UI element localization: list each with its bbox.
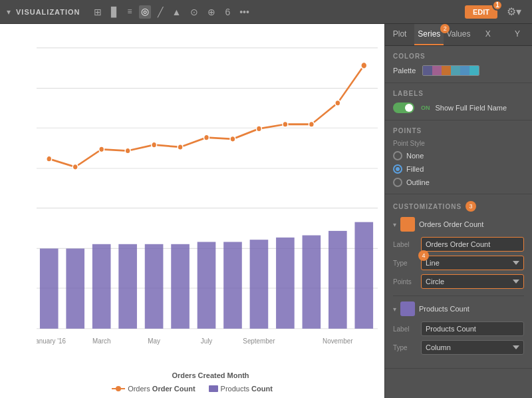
legend-products: Products Count bbox=[209, 385, 273, 393]
products-color-box[interactable] bbox=[400, 301, 415, 316]
tab-series[interactable]: Series 2 bbox=[414, 24, 444, 45]
labels-section: LABELS ON Show Full Field Name bbox=[385, 83, 532, 120]
legend-products-text: Products Count bbox=[221, 385, 273, 393]
main-content: 0 1,000 2,000 3,000 4,000 5,000 6,000 7,… bbox=[0, 24, 532, 398]
edit-button[interactable]: EDIT 1 bbox=[465, 5, 497, 19]
customizations-label: CUSTOMIZATIONS bbox=[393, 203, 462, 210]
legend-orders-line bbox=[112, 388, 125, 389]
svg-rect-27 bbox=[329, 231, 347, 329]
colors-label: COLORS bbox=[393, 53, 524, 60]
svg-point-35 bbox=[204, 134, 209, 140]
toolbar-title: VISUALIZATION bbox=[16, 8, 80, 16]
svg-point-40 bbox=[335, 100, 340, 106]
customizations-badge: 3 bbox=[466, 201, 476, 212]
number-icon[interactable]: 6 bbox=[222, 5, 233, 19]
svg-rect-20 bbox=[145, 244, 164, 329]
svg-rect-16 bbox=[40, 248, 59, 328]
radio-none[interactable]: None bbox=[393, 151, 524, 160]
products-label-row: Label bbox=[393, 321, 524, 336]
tab-x[interactable]: X bbox=[473, 24, 503, 45]
products-label-input[interactable] bbox=[421, 321, 524, 336]
orders-type-select[interactable]: Line Column Area Bar bbox=[421, 256, 524, 270]
svg-point-34 bbox=[178, 144, 183, 150]
show-full-field-toggle[interactable] bbox=[393, 102, 414, 113]
svg-point-36 bbox=[230, 136, 235, 142]
chart-svg: 0 1,000 2,000 3,000 4,000 5,000 6,000 7,… bbox=[37, 35, 378, 358]
toggle-row: ON Show Full Field Name bbox=[393, 102, 524, 113]
x-axis-label-rest: Created Month bbox=[198, 371, 249, 379]
svg-rect-21 bbox=[171, 244, 190, 329]
radio-outline[interactable]: Outline bbox=[393, 178, 524, 187]
svg-text:July: July bbox=[201, 337, 213, 345]
toolbar-icons: ⊞ ▊ ≡ ◎ ╱ ▲ ⊙ ⊕ 6 ••• bbox=[91, 5, 252, 19]
labels-label: LABELS bbox=[393, 90, 524, 97]
legend-orders-text: Orders Order Count bbox=[128, 385, 195, 393]
svg-point-32 bbox=[125, 148, 130, 154]
orders-collapse-icon[interactable]: ▾ bbox=[393, 221, 396, 228]
customizations-section: CUSTOMIZATIONS 3 ▾ Orders Order Count La… bbox=[385, 194, 532, 369]
svg-point-31 bbox=[99, 146, 104, 152]
more-icon[interactable]: ••• bbox=[237, 5, 252, 19]
right-panel: Plot Series 2 Values X Y COLORS Palett bbox=[384, 24, 532, 398]
products-label-field-label: Label bbox=[393, 325, 418, 333]
svg-rect-18 bbox=[92, 244, 111, 329]
radio-group: None Filled Outline bbox=[393, 151, 524, 187]
radio-none-circle bbox=[393, 151, 402, 160]
svg-rect-22 bbox=[198, 242, 216, 328]
orders-color-box[interactable] bbox=[400, 217, 415, 232]
visualization-dropdown-icon[interactable]: ▾ bbox=[7, 7, 11, 17]
table-icon[interactable]: ≡ bbox=[125, 5, 135, 19]
svg-rect-25 bbox=[276, 238, 295, 329]
type-badge: 4 bbox=[418, 250, 429, 261]
svg-point-37 bbox=[256, 126, 261, 132]
points-label: POINTS bbox=[393, 127, 524, 134]
tab-y[interactable]: Y bbox=[503, 24, 532, 45]
radio-filled-label: Filled bbox=[406, 165, 424, 173]
custom-divider bbox=[393, 296, 524, 296]
scatter-icon[interactable]: ◎ bbox=[139, 5, 151, 19]
area-chart-icon[interactable]: ▲ bbox=[170, 5, 184, 19]
palette-swatch[interactable] bbox=[422, 65, 479, 76]
orders-label-input[interactable] bbox=[421, 237, 524, 252]
radio-none-label: None bbox=[406, 152, 424, 160]
time-icon[interactable]: ⊙ bbox=[188, 5, 201, 19]
line-chart-icon[interactable]: ╱ bbox=[155, 5, 166, 19]
products-collapse-icon[interactable]: ▾ bbox=[393, 305, 396, 313]
settings-icon[interactable]: ⚙▾ bbox=[503, 4, 525, 19]
orders-type-field-label: Type bbox=[393, 260, 418, 267]
radio-outline-label: Outline bbox=[406, 178, 430, 186]
toggle-knob bbox=[405, 104, 413, 112]
tab-plot[interactable]: Plot bbox=[385, 24, 414, 45]
tab-series-badge-container: Series 2 bbox=[418, 29, 440, 39]
svg-point-30 bbox=[72, 164, 78, 170]
radio-filled[interactable]: Filled bbox=[393, 164, 524, 174]
palette-row: Palette bbox=[393, 65, 524, 76]
products-type-select[interactable]: Column Line Area Bar bbox=[421, 340, 524, 355]
custom-item-products: ▾ Products Count Label Type Column Line … bbox=[393, 301, 524, 355]
orders-type-row: Type Line Column Area Bar 4 bbox=[393, 256, 524, 270]
grid-icon[interactable]: ⊞ bbox=[91, 5, 104, 19]
swatch-4 bbox=[460, 66, 469, 75]
show-full-field-label: Show Full Field Name bbox=[436, 104, 507, 112]
toggle-on-label: ON bbox=[421, 104, 430, 111]
map-icon[interactable]: ⊕ bbox=[205, 5, 218, 19]
bar-chart-icon[interactable]: ▊ bbox=[108, 5, 121, 19]
svg-point-33 bbox=[152, 142, 157, 148]
radio-outline-circle bbox=[393, 178, 402, 187]
svg-text:March: March bbox=[92, 337, 111, 345]
toolbar: ▾ VISUALIZATION ⊞ ▊ ≡ ◎ ╱ ▲ ⊙ ⊕ 6 ••• ED… bbox=[0, 0, 532, 24]
swatch-2 bbox=[442, 66, 451, 75]
legend-products-bar bbox=[209, 385, 218, 392]
orders-points-select[interactable]: Circle Square Diamond None bbox=[421, 274, 524, 289]
points-section: POINTS Point Style None Filled Outline bbox=[385, 120, 532, 194]
custom-orders-header: ▾ Orders Order Count bbox=[393, 217, 524, 232]
svg-text:January '16: January '16 bbox=[37, 337, 66, 345]
custom-products-header: ▾ Products Count bbox=[393, 301, 524, 316]
svg-rect-17 bbox=[66, 248, 84, 328]
svg-rect-28 bbox=[354, 222, 373, 329]
tabs: Plot Series 2 Values X Y bbox=[385, 24, 532, 46]
svg-rect-19 bbox=[118, 244, 137, 329]
orders-points-row: Points Circle Square Diamond None bbox=[393, 274, 524, 289]
svg-point-39 bbox=[309, 121, 314, 127]
swatch-3 bbox=[451, 66, 460, 75]
